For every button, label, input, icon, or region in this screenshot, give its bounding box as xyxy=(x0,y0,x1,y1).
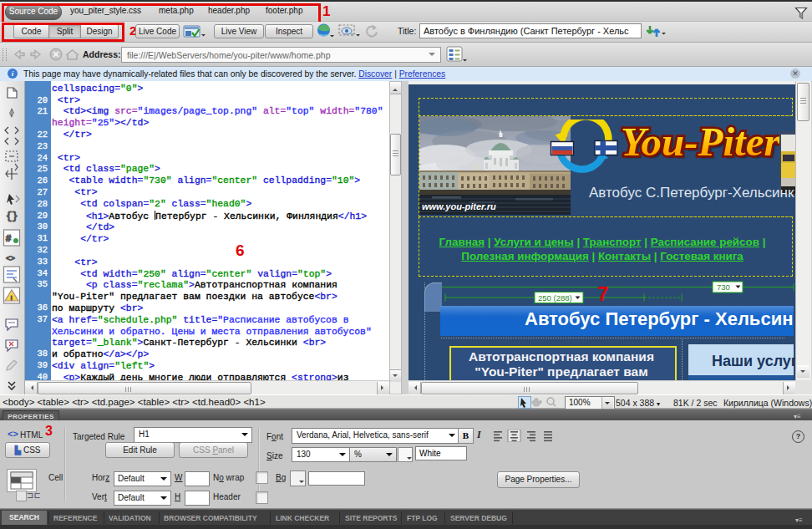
svg-text:730: 730 xyxy=(717,282,730,292)
svg-text:!: ! xyxy=(11,294,13,302)
svg-text:<>: <> xyxy=(6,255,15,263)
svg-text:{}: {} xyxy=(6,211,18,222)
svg-text:#: # xyxy=(6,233,12,243)
svg-text:250 (288): 250 (288) xyxy=(538,293,572,303)
